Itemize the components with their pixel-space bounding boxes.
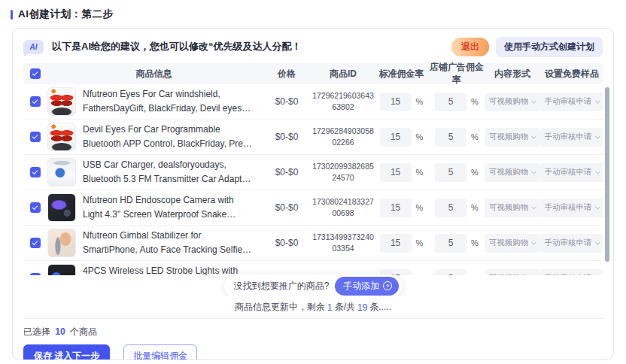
ad-commission-input[interactable]: 5 [435,93,466,111]
product-title: Nfutreon HD Endoscope Camera with Light … [83,193,254,221]
chevron-down-icon [594,98,600,103]
create-plan-manually-button[interactable]: 使用手动方式创建计划 [496,37,603,57]
bottom-actions: 已选择 10 个商品 保存 进入下一步 批量编辑佣金 [13,319,613,360]
ai-plan-card: AI 以下是AI给您的建议，您也可以修改“优先级及达人分配！ 退出 使用手动方式… [12,28,614,360]
chevron-down-icon [594,204,600,209]
plus-circle-icon: + [383,281,392,290]
product-price: $0-$0 [275,167,299,177]
row-checkbox[interactable] [30,167,41,177]
row-checkbox[interactable] [30,238,41,248]
header-content-format: 内容形式 [484,68,541,80]
standard-commission-input[interactable]: 15 [380,128,412,147]
sample-select[interactable]: 手动审核申请 [540,128,603,147]
topbar-actions: 退出 使用手动方式创建计划 [451,37,603,57]
suggestion-banner: AI 以下是AI给您的建议，您也可以修改“优先级及达人分配！ 退出 使用手动方式… [13,29,613,63]
percent-label: % [416,168,424,177]
standard-commission-input[interactable]: 15 [380,234,412,253]
table-header-row: 商品信息 价格 商品ID 标准佣金率 店铺广告佣金率 内容形式 设置免费样品 [23,63,603,84]
product-id: 1729628490305802266 [312,126,374,148]
percent-label: % [471,238,479,247]
header-sample: 设置免费样品 [541,68,603,80]
update-status: 商品信息更新中，剩余 1 条/共 19 条..... [23,296,603,319]
percent-label: % [416,132,424,141]
table-body: Nfutreon Eyes For Car windshield, Father… [23,84,603,296]
product-thumbnail [47,123,76,151]
product-price: $0-$0 [275,202,299,213]
save-next-button[interactable]: 保存 进入下一步 [23,344,110,360]
standard-commission-input[interactable]: 15 [380,93,412,111]
chevron-down-icon [594,168,600,174]
product-id: 1730802418332700698 [312,196,374,219]
manual-add-pill: 没找到想要推广的商品? 手动添加 + [224,275,403,297]
select-all-checkbox[interactable] [30,68,41,79]
sample-select[interactable]: 手动审核申请 [540,199,603,217]
selected-count-text: 已选择 10 个商品 [23,326,603,338]
ai-suggestion-text: 以下是AI给您的建议，您也可以修改“优先级及达人分配！ [52,40,451,53]
chevron-down-icon [531,204,536,209]
product-price: $0-$0 [275,96,299,107]
product-thumbnail [47,229,76,257]
header-standard-rate: 标准佣金率 [373,68,430,80]
percent-label: % [471,132,479,141]
manual-add-button[interactable]: 手动添加 + [335,277,399,296]
percent-label: % [471,97,479,106]
sample-select[interactable]: 手动审核申请 [540,93,603,111]
product-thumbnail [47,158,76,187]
row-checkbox[interactable] [30,132,41,142]
table-row: Nfutreon Gimbal Stabilizer for SmartiPho… [23,226,603,261]
remaining-count: 1 [327,302,333,313]
content-format-select[interactable]: 可视频购物 [485,199,541,217]
content-format-select[interactable]: 可视频购物 [485,128,541,147]
product-title: Nfutreon Eyes For Car windshield, Father… [83,87,254,115]
product-id: 1729621960364363802 [312,90,374,113]
manual-add-band: 没找到想要推广的商品? 手动添加 + [23,275,603,296]
ad-commission-input[interactable]: 5 [435,234,466,253]
standard-commission-input[interactable]: 15 [380,199,412,217]
table-row: Nfutreon HD Endoscope Camera with Light … [23,190,603,226]
header-price: 价格 [260,68,313,80]
percent-label: % [471,168,479,177]
batch-edit-commission-button[interactable]: 批量编辑佣金 [123,344,197,360]
product-price: $0-$0 [275,132,299,142]
chevron-down-icon [594,239,600,244]
product-title: USB Car Charger, dealsforyoudays, Blueto… [83,158,254,186]
percent-label: % [471,203,479,212]
sample-select[interactable]: 手动审核申请 [540,234,603,253]
vertical-scrollbar[interactable] [605,87,609,262]
product-id: 1731349937324003354 [312,232,374,254]
page-title-text: AI创建计划：第二步 [18,8,114,21]
ad-commission-input[interactable]: 5 [435,163,466,182]
percent-label: % [416,238,424,247]
header-product-info: 商品信息 [47,68,260,80]
sample-select[interactable]: 手动审核申请 [540,163,603,182]
title-accent-bar [11,10,13,20]
ai-badge-icon: AI [23,40,44,54]
chevron-down-icon [531,133,536,138]
table-row: USB Car Charger, dealsforyoudays, Blueto… [23,155,603,190]
content-format-select[interactable]: 可视频购物 [485,93,541,111]
product-id: 1730209938268524570 [312,161,374,184]
chevron-down-icon [594,133,600,138]
add-product-hint: 没找到想要推广的商品? [234,280,330,293]
product-title: Devil Eyes For Car Programmable Bluetoot… [83,123,254,150]
product-table: 商品信息 价格 商品ID 标准佣金率 店铺广告佣金率 内容形式 设置免费样品 N… [23,63,603,319]
row-checkbox[interactable] [30,96,41,107]
row-checkbox[interactable] [30,202,41,213]
chevron-down-icon [531,168,536,174]
product-thumbnail [47,87,76,116]
chevron-down-icon [531,239,536,244]
ad-commission-input[interactable]: 5 [435,199,466,217]
chevron-down-icon [531,98,536,103]
content-format-select[interactable]: 可视频购物 [485,234,541,253]
header-ad-rate: 店铺广告佣金率 [430,61,484,86]
content-format-select[interactable]: 可视频购物 [485,163,541,182]
exit-button[interactable]: 退出 [451,38,489,56]
standard-commission-input[interactable]: 15 [380,163,412,182]
percent-label: % [416,203,424,212]
ad-commission-input[interactable]: 5 [435,128,466,147]
total-count: 19 [357,302,367,313]
selected-count: 10 [55,326,65,337]
product-price: $0-$0 [275,238,299,248]
product-title: Nfutreon Gimbal Stabilizer for SmartiPho… [83,229,254,256]
header-product-id: 商品ID [313,68,373,80]
